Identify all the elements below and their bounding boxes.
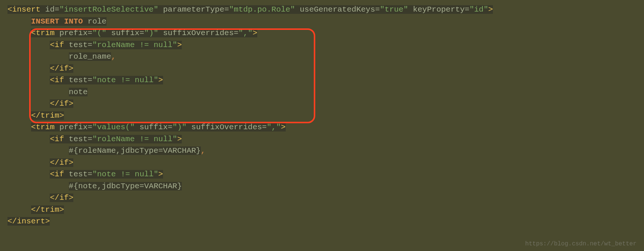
code-line: #{roleName,jdbcType=VARCHAR}, [7, 145, 637, 157]
code-line: </trim> [7, 204, 637, 216]
column-rolename: role_name [69, 52, 111, 61]
attr-prefix: prefix [59, 29, 88, 37]
tag-insert-close: insert [17, 217, 45, 226]
code-line: role_name, [7, 51, 637, 63]
code-line: </if> [7, 192, 637, 204]
sql-table-name: role [88, 17, 106, 26]
code-line: <insert id="insertRoleSelective" paramet… [7, 4, 637, 16]
watermark-text: https://blog.csdn.net/wt_better [525, 241, 637, 247]
sql-insert-keyword: INSERT [31, 17, 59, 26]
tag-if-close: if [59, 64, 69, 73]
code-line: #{note,jdbcType=VARCHAR} [7, 180, 637, 192]
sql-into-keyword: INTO [64, 17, 83, 26]
tag-trim-close: trim [40, 111, 59, 120]
tag-if: if [55, 135, 64, 143]
code-line: <if test="roleName != null"> [7, 133, 637, 145]
tag-trim-close: trim [40, 205, 59, 214]
tag-if-close: if [59, 193, 69, 202]
tag-if-close: if [59, 99, 69, 108]
tag-insert: insert [12, 5, 41, 14]
code-line: <if test="note != null"> [7, 168, 637, 180]
code-line: <trim prefix="values(" suffix=")" suffix… [7, 121, 637, 133]
attr-suffix: suffix [139, 123, 168, 131]
column-note: note [69, 88, 88, 96]
code-line: </trim> [7, 110, 637, 122]
attr-parametertype: parameterType [163, 5, 224, 14]
code-line: </if> [7, 98, 637, 110]
attr-prefix: prefix [59, 123, 88, 131]
code-line: </if> [7, 63, 637, 75]
attr-id: id [45, 5, 55, 14]
code-line: INSERT INTO role [7, 16, 637, 28]
tag-if: if [55, 170, 64, 179]
code-line: <if test="note != null"> [7, 74, 637, 86]
code-line: </insert> [7, 216, 637, 227]
attr-suffixoverrides: suffixOverrides [191, 123, 262, 131]
code-line: <trim prefix="(" suffix=")" suffixOverri… [7, 27, 637, 39]
param-note: #{note,jdbcType=VARCHAR} [69, 182, 182, 190]
tag-if: if [55, 41, 64, 49]
attr-suffixoverrides: suffixOverrides [163, 29, 234, 37]
code-line: </if> [7, 157, 637, 169]
attr-suffix: suffix [111, 29, 139, 37]
tag-if-close: if [59, 158, 69, 167]
param-rolename: #{roleName,jdbcType=VARCHAR} [69, 146, 201, 155]
tag-trim: trim [36, 29, 55, 37]
code-line: note [7, 86, 637, 98]
code-editor-content[interactable]: <insert id="insertRoleSelective" paramet… [7, 4, 637, 227]
code-line: <if test="roleName != null"> [7, 39, 637, 51]
attr-test: test [69, 135, 88, 143]
attr-test: test [69, 170, 88, 179]
attr-keyproperty: keyProperty [413, 5, 465, 14]
attr-test: test [69, 41, 88, 49]
attr-usegeneratedkeys: useGeneratedKeys [300, 5, 375, 14]
tag-trim: trim [36, 123, 55, 131]
attr-test: test [69, 76, 88, 84]
tag-if: if [55, 76, 64, 84]
